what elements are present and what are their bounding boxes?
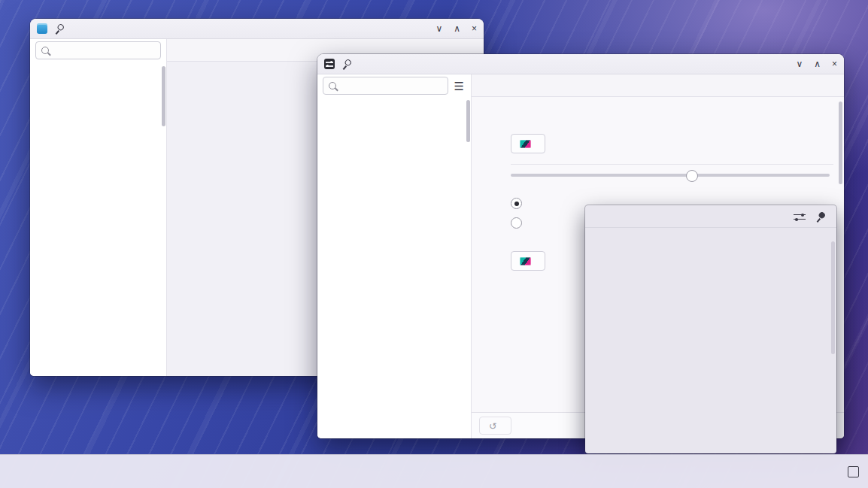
slider-handle[interactable] (686, 170, 698, 182)
discover-sidebar (30, 62, 167, 376)
divider (511, 164, 833, 165)
taskbar (0, 454, 868, 488)
pin-icon[interactable] (814, 210, 827, 223)
desktop-wallpaper: ∨ ∧ × (0, 0, 868, 488)
discover-app-icon (37, 23, 47, 34)
hamburger-menu-button[interactable]: ☰ (453, 80, 466, 92)
search-icon (41, 47, 49, 54)
minimize-button[interactable]: ∨ (436, 24, 442, 33)
wallpaper-icon (520, 140, 531, 148)
maximize-button[interactable]: ∧ (814, 59, 821, 68)
radio-button[interactable] (511, 198, 522, 209)
status-notifications-popup (585, 205, 836, 453)
search-input[interactable] (341, 80, 442, 92)
animation-speed-slider[interactable] (511, 174, 830, 177)
settings-titlebar[interactable]: ∨ ∧ × (317, 54, 844, 74)
undo-icon: ↺ (489, 420, 496, 432)
settings-sidebar (317, 97, 472, 438)
page-title (472, 74, 844, 97)
maximize-button[interactable]: ∧ (454, 24, 460, 33)
search-input[interactable] (53, 44, 155, 56)
search-field[interactable] (323, 77, 448, 95)
radio-button[interactable] (511, 217, 522, 229)
discover-titlebar[interactable]: ∨ ∧ × (30, 19, 484, 39)
general-behavior-button[interactable] (511, 251, 545, 271)
scrollbar-thumb[interactable] (839, 102, 842, 184)
scrollbar-thumb[interactable] (162, 66, 165, 126)
scrollbar-thumb[interactable] (466, 100, 470, 142)
system-settings-app-icon (324, 59, 335, 69)
configure-icon[interactable] (794, 213, 806, 222)
pin-icon[interactable] (340, 57, 354, 71)
scrollbar-thumb[interactable] (831, 241, 835, 354)
pin-icon[interactable] (53, 22, 66, 35)
search-field[interactable] (35, 41, 161, 59)
show-desktop-button[interactable] (848, 466, 859, 477)
general-behavior-icon (520, 257, 531, 265)
minimize-button[interactable]: ∨ (796, 59, 803, 68)
wallpaper-button[interactable] (511, 134, 545, 153)
search-icon (329, 82, 336, 89)
close-button[interactable]: × (832, 59, 837, 68)
reset-button[interactable]: ↺ (479, 417, 511, 435)
close-button[interactable]: × (472, 24, 477, 33)
